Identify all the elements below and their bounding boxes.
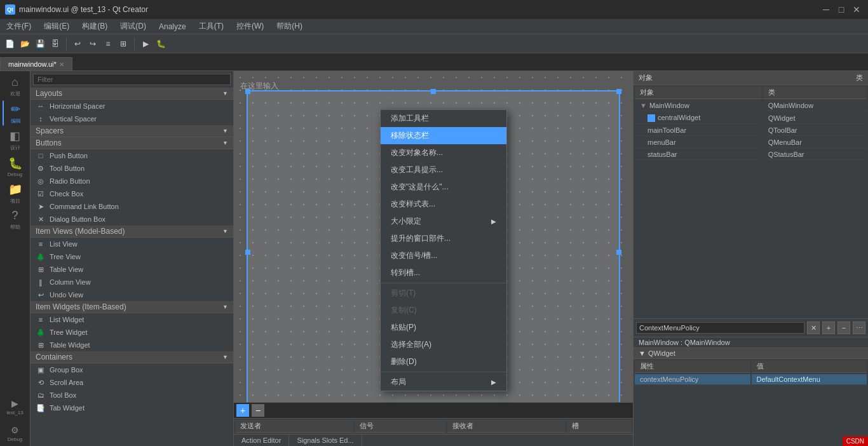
handle-top-right[interactable] [616, 89, 621, 94]
ctx-paste[interactable]: 粘贴(P) [381, 319, 506, 336]
list-widget-icon: ≡ [36, 314, 46, 325]
ctx-add-toolbar[interactable]: 添加工具栏 [381, 110, 506, 127]
tab-signals-slots[interactable]: Signals Slots Ed... [289, 435, 362, 446]
toolbar-grid[interactable]: ⊞ [116, 37, 130, 51]
toolbar-debug-run[interactable]: 🐛 [154, 37, 168, 51]
widget-list-view[interactable]: ≡ List View [31, 238, 233, 250]
ctx-size-arrow: ▶ [491, 218, 496, 225]
activity-project[interactable]: 📁 项目 [3, 180, 28, 206]
obj-row-statusbar[interactable]: statusBar QStatusBar [635, 149, 867, 160]
activity-debug2[interactable]: ⚙ Debug [3, 421, 28, 446]
minimize-button[interactable]: ─ [820, 3, 832, 16]
toolbar-undo[interactable]: ↩ [71, 37, 85, 51]
ctx-remove-statusbar[interactable]: 移除状态栏 [381, 127, 506, 144]
tab-mainwindow[interactable]: mainwindow.ui* ✕ [0, 57, 72, 71]
ctx-size-constraint[interactable]: 大小限定 ▶ [381, 213, 506, 230]
toolbar-format[interactable]: ≡ [101, 37, 115, 51]
toolbar-open[interactable]: 📂 [18, 37, 32, 51]
tab-action-editor[interactable]: Action Editor [234, 435, 289, 446]
toolbar-save[interactable]: 💾 [33, 37, 47, 51]
col-slot: 槽 [567, 420, 632, 433]
widget-tab-widget[interactable]: 📑 Tab Widget [31, 402, 233, 414]
section-layouts[interactable]: Layouts ▼ [31, 88, 233, 100]
widget-command-link-button[interactable]: ➤ Command Link Button [31, 200, 233, 213]
section-item-widgets[interactable]: Item Widgets (Item-Based) ▼ [31, 301, 233, 313]
ctx-delete[interactable]: 删除(D) [381, 353, 506, 370]
obj-row-maintoolbar[interactable]: mainToolBar QToolBar [635, 125, 867, 136]
toolbar-redo[interactable]: ↪ [86, 37, 100, 51]
props-remove-button[interactable]: − [837, 321, 850, 334]
widget-radio-button[interactable]: ◎ Radio Button [31, 175, 233, 187]
menu-edit[interactable]: 编辑(E) [37, 19, 76, 34]
widget-push-button[interactable]: □ Push Button [31, 149, 233, 162]
activity-design[interactable]: ◧ 设计 [3, 127, 28, 152]
widget-dialog-button-box[interactable]: ✕ Dialog Button Box [31, 213, 233, 226]
handle-top-center[interactable] [431, 89, 436, 94]
widget-tree-widget[interactable]: 🌲 Tree Widget [31, 326, 233, 339]
section-item-views[interactable]: Item Views (Model-Based) ▼ [31, 226, 233, 238]
ctx-layout[interactable]: 布局 ▶ [381, 374, 506, 391]
menu-debug[interactable]: 调试(D) [114, 19, 153, 34]
toolbar-save-all[interactable]: 🗄 [48, 37, 62, 51]
widget-group-box[interactable]: ▣ Group Box [31, 363, 233, 376]
activity-welcome[interactable]: ⌂ 欢迎 [3, 74, 28, 99]
widget-check-box[interactable]: ☑ Check Box [31, 187, 233, 200]
menu-analyze[interactable]: Analyze [153, 19, 193, 34]
section-containers[interactable]: Containers ▼ [31, 351, 233, 363]
menu-build[interactable]: 构建(B) [76, 19, 114, 34]
activity-test13[interactable]: ▶ test_13 [3, 394, 28, 419]
ctx-promote-widget[interactable]: 提升的窗口部件... [381, 230, 506, 247]
design-canvas[interactable]: 在这里输入 添加工具栏 移除状态栏 改变对象名称... [234, 71, 633, 446]
handle-middle-left[interactable] [245, 250, 250, 255]
toolbar-new[interactable]: 📄 [3, 37, 17, 51]
section-spacers[interactable]: Spacers ▼ [31, 125, 233, 137]
obj-row-mainwindow[interactable]: ▼MainWindow QMainWindow [635, 100, 867, 111]
widget-column-view[interactable]: ‖ Column View [31, 276, 233, 288]
handle-middle-right[interactable] [616, 250, 621, 255]
menu-tools[interactable]: 工具(T) [193, 19, 230, 34]
tab-close-icon[interactable]: ✕ [59, 61, 64, 68]
handle-top-left[interactable] [245, 89, 250, 94]
widget-undo-view[interactable]: ↩ Undo View [31, 288, 233, 301]
props-section-qwidget[interactable]: ▼ QWidget [634, 348, 868, 359]
widget-list-widget[interactable]: ≡ List Widget [31, 313, 233, 326]
menu-file[interactable]: 文件(F) [0, 19, 37, 34]
ctx-change-stylesheet[interactable]: 改变样式表... [381, 196, 506, 213]
add-signal-button[interactable]: + [236, 404, 249, 417]
activity-edit[interactable]: ✏ 编辑 [3, 100, 28, 126]
prop-val-contextmenupolicy[interactable]: DefaultContextMenu [752, 374, 867, 385]
activity-debug[interactable]: 🐛 Debug [3, 154, 28, 179]
widget-table-view[interactable]: ⊞ Table View [31, 263, 233, 276]
ctx-change-object-name[interactable]: 改变对象名称... [381, 144, 506, 161]
props-filter-clear[interactable]: ✕ [807, 321, 820, 334]
close-button[interactable]: ✕ [850, 3, 863, 16]
obj-row-menubar[interactable]: menuBar QMenuBar [635, 137, 867, 148]
props-add-button[interactable]: + [822, 321, 835, 334]
widget-horizontal-spacer[interactable]: ↔ Horizontal Spacer [31, 100, 233, 112]
menu-widgets[interactable]: 控件(W) [230, 19, 270, 34]
remove-signal-button[interactable]: − [252, 404, 264, 417]
object-col-name: 对象 [639, 73, 653, 83]
ctx-select-all[interactable]: 选择全部(A) [381, 336, 506, 353]
obj-row-centralwidget[interactable]: centralWidget QWidget [635, 112, 867, 124]
activity-help[interactable]: ? 帮助 [3, 207, 28, 233]
widget-tree-view[interactable]: 🌲 Tree View [31, 250, 233, 263]
ctx-change-whatsthis[interactable]: 改变"这是什么"... [381, 179, 506, 196]
props-settings-button[interactable]: ⋯ [853, 321, 865, 334]
props-filter-input[interactable] [636, 322, 804, 334]
ctx-goto-slot[interactable]: 转到槽... [381, 264, 506, 281]
ctx-change-signals[interactable]: 改变信号/槽... [381, 247, 506, 264]
menu-help[interactable]: 帮助(H) [270, 19, 309, 34]
section-buttons[interactable]: Buttons ▼ [31, 137, 233, 149]
sidebar-scroll[interactable]: Layouts ▼ ↔ Horizontal Spacer ↕ Vertical… [31, 88, 233, 446]
widget-vertical-spacer[interactable]: ↕ Vertical Spacer [31, 112, 233, 125]
filter-input[interactable] [33, 74, 231, 85]
maximize-button[interactable]: □ [835, 3, 848, 16]
toolbar-run[interactable]: ▶ [139, 37, 153, 51]
widget-scroll-area[interactable]: ⟲ Scroll Area [31, 376, 233, 389]
widget-table-widget[interactable]: ⊞ Table Widget [31, 339, 233, 351]
widget-tool-button[interactable]: ⚙ Tool Button [31, 162, 233, 175]
prop-row-contextmenupolicy[interactable]: contextMenuPolicy DefaultContextMenu [635, 374, 867, 385]
widget-tool-box[interactable]: 🗂 Tool Box [31, 389, 233, 402]
ctx-change-tooltip[interactable]: 改变工具提示... [381, 161, 506, 179]
